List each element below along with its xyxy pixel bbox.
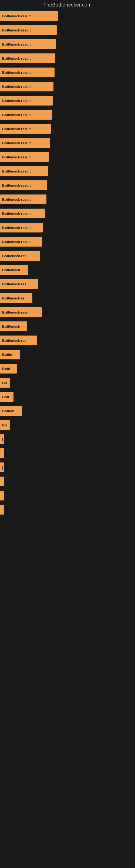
bar-row: Bottleneck result <box>0 80 135 94</box>
bar-label: Bottleneck result <box>2 70 31 74</box>
result-bar[interactable]: Bottleneck result <box>0 67 54 77</box>
result-bar[interactable]: Bo <box>0 420 10 430</box>
bar-row: Bottleneck result <box>0 220 135 235</box>
bar-label: Bottleneck res <box>2 282 27 286</box>
bar-label: Bottleneck result <box>2 28 31 32</box>
bar-row: Bottleneck result <box>0 122 135 136</box>
result-bar[interactable]: Bottleneck result <box>0 124 51 134</box>
bar-label: Bottleneck result <box>2 169 31 173</box>
result-bar[interactable]: Bottleneck result <box>0 152 49 162</box>
bar-row: Bo <box>0 418 135 432</box>
result-bar[interactable]: Bottle <box>0 350 20 360</box>
bar-row: Bott <box>0 390 135 404</box>
result-bar[interactable]: Bottleneck <box>0 321 27 331</box>
bar-row: Bottleneck result <box>0 178 135 192</box>
result-bar[interactable]: Bottleneck res <box>0 336 37 345</box>
bar-label: Bottleneck result <box>2 155 31 159</box>
result-bar[interactable]: Bo <box>0 378 10 388</box>
bar-row: Bo <box>0 376 135 390</box>
result-bar[interactable]: Bottleneck res <box>0 279 38 289</box>
bar-row: | <box>0 460 135 474</box>
result-bar[interactable]: Bottleneck result <box>0 11 58 21</box>
result-bar[interactable]: Bottl <box>0 364 17 373</box>
result-bar[interactable]: Bottleneck result <box>0 194 46 204</box>
bar-row <box>0 446 135 460</box>
bar-label: Bottleneck result <box>2 141 31 145</box>
bar-row: Bottleneck result <box>0 235 135 249</box>
bar-label: Bottleneck result <box>2 212 31 216</box>
result-bar[interactable] <box>0 476 4 486</box>
bar-label: Bottleneck result <box>2 226 31 230</box>
bar-row: Bottleneck result <box>0 65 135 80</box>
bar-row <box>0 489 135 503</box>
bar-label: Bottleneck res <box>2 339 27 343</box>
result-bar[interactable]: Bottleneck result <box>0 138 50 148</box>
bar-label: | <box>2 465 3 469</box>
bar-row: Bottleneck re <box>0 291 135 305</box>
bar-label: Bottleneck result <box>2 240 31 244</box>
result-bar[interactable]: Bottleneck result <box>0 180 47 190</box>
bar-row: Bottleneck <box>0 263 135 277</box>
bar-row: Bottleneck result <box>0 37 135 51</box>
result-bar[interactable]: Bottlen <box>0 406 22 416</box>
bar-label: Bo <box>2 381 7 385</box>
bar-row: Bottle <box>0 347 135 362</box>
result-bar[interactable]: Bottleneck result <box>0 96 53 105</box>
result-bar[interactable]: Bottleneck result <box>0 223 43 232</box>
result-bar[interactable]: Bottleneck result <box>0 237 42 247</box>
result-bar[interactable]: Bottleneck result <box>0 166 48 176</box>
bar-label: Bottleneck result <box>2 99 31 103</box>
result-bar[interactable] <box>0 491 4 500</box>
site-title: TheBottlenecker.com <box>0 0 135 9</box>
bar-label: Bottleneck re <box>2 296 24 300</box>
bar-row: Bottleneck result <box>0 136 135 150</box>
bar-row: Bottleneck result <box>0 9 135 23</box>
result-bar[interactable]: Bottleneck res <box>0 251 40 261</box>
bar-row: | <box>0 432 135 446</box>
bar-label: Bo <box>2 423 7 427</box>
bar-row: Bottleneck <box>0 319 135 333</box>
bar-row: Bottleneck result <box>0 150 135 164</box>
bar-row <box>0 474 135 489</box>
result-bar[interactable]: Bottleneck result <box>0 110 52 120</box>
bar-label: Bott <box>2 395 9 399</box>
bar-label: Bottleneck <box>2 268 20 272</box>
bar-row: Bottleneck res <box>0 249 135 263</box>
bar-row: Bottleneck result <box>0 108 135 122</box>
result-bar[interactable] <box>0 505 4 515</box>
bar-label: Bottle <box>2 352 12 357</box>
bar-label: | <box>2 437 3 441</box>
result-bar[interactable]: Bottleneck resul <box>0 307 42 317</box>
bar-label: Bottleneck res <box>2 254 27 258</box>
bar-row: Bottleneck result <box>0 94 135 108</box>
bar-row: Bottleneck result <box>0 192 135 207</box>
result-bar[interactable]: Bott <box>0 392 13 402</box>
result-bar[interactable]: Bottleneck <box>0 265 28 275</box>
bar-row: Bottleneck res <box>0 277 135 291</box>
bar-label: Bottleneck result <box>2 183 31 187</box>
bar-row: Bottleneck result <box>0 207 135 220</box>
bar-row: Bottleneck result <box>0 164 135 178</box>
result-bar[interactable]: Bottleneck result <box>0 39 56 49</box>
bar-row: Bottleneck resul <box>0 305 135 319</box>
bar-label: Bottleneck result <box>2 85 31 89</box>
result-bar[interactable]: | <box>0 463 4 472</box>
bar-row: Bottleneck result <box>0 23 135 37</box>
bar-label: Bottleneck result <box>2 42 31 46</box>
bar-label: Bottleneck result <box>2 127 31 131</box>
result-bar[interactable]: Bottleneck result <box>0 209 45 218</box>
result-bar[interactable]: Bottleneck result <box>0 82 53 91</box>
bar-label: Bottleneck resul <box>2 310 30 314</box>
result-bar[interactable] <box>0 448 4 458</box>
bar-label: Bottleneck result <box>2 113 31 117</box>
result-bar[interactable]: Bottleneck re <box>0 293 32 303</box>
result-bar[interactable]: Bottleneck result <box>0 25 57 35</box>
bar-row: Bottlen <box>0 404 135 418</box>
result-bar[interactable]: | <box>0 434 4 444</box>
result-bar[interactable]: Bottleneck result <box>0 54 55 63</box>
bar-label: Bottlen <box>2 409 14 413</box>
bar-row <box>0 503 135 517</box>
bar-label: Bottleneck result <box>2 197 31 202</box>
bar-row: Bottleneck result <box>0 51 135 65</box>
bar-label: Bottleneck <box>2 324 20 329</box>
